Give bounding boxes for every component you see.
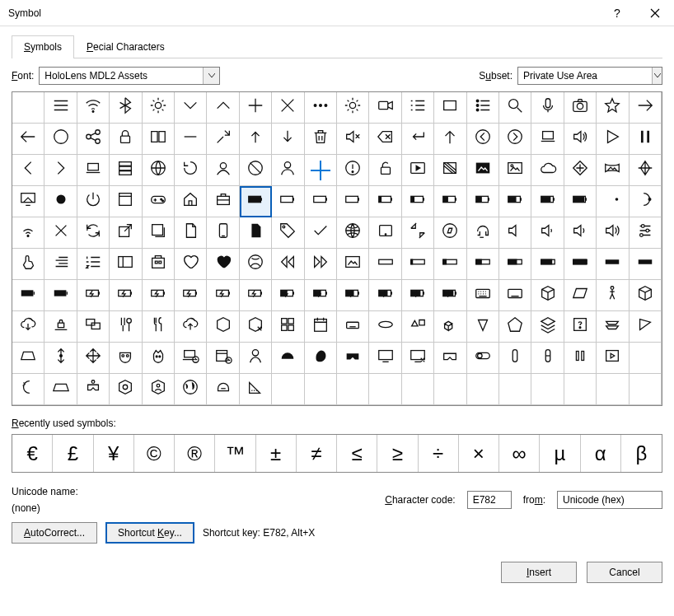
glyph-tv[interactable] <box>369 343 401 374</box>
recent-symbol[interactable]: ± <box>256 435 297 472</box>
glyph-blank[interactable] <box>499 374 531 405</box>
glyph-blank[interactable] <box>369 374 401 405</box>
recent-symbol[interactable]: ® <box>175 435 215 472</box>
glyph-cloud-download[interactable] <box>12 311 44 343</box>
glyph-hand-tap[interactable] <box>12 249 44 280</box>
glyph-vr-headset[interactable] <box>434 343 466 374</box>
glyph-charge-5[interactable] <box>207 280 239 311</box>
glyph-bar20[interactable] <box>434 249 466 280</box>
glyph-shapes[interactable] <box>402 311 434 343</box>
glyph-charge-1[interactable] <box>77 280 110 311</box>
glyph-hex-badge[interactable] <box>110 374 142 405</box>
glyph-panorama[interactable] <box>597 155 629 186</box>
glyph-blank[interactable] <box>630 343 662 374</box>
glyph-capsule[interactable] <box>531 343 564 374</box>
cancel-button[interactable]: Cancel <box>587 562 662 583</box>
glyph-server-stack[interactable] <box>110 155 142 186</box>
glyph-charge-7[interactable] <box>272 280 304 311</box>
glyph-star-outline[interactable] <box>597 92 629 124</box>
glyph-laptop-time[interactable] <box>175 343 207 374</box>
glyph-heart-filled[interactable] <box>207 249 239 280</box>
glyph-microphone[interactable] <box>531 92 564 124</box>
glyph-wifi[interactable] <box>77 92 110 124</box>
glyph-volume1[interactable] <box>531 217 564 249</box>
glyph-laptop[interactable] <box>531 124 564 155</box>
glyph-charge-8[interactable] <box>305 280 337 311</box>
glyph-checkmark[interactable] <box>305 217 337 249</box>
glyph-image-outline[interactable] <box>499 155 531 186</box>
glyph-play-outline[interactable] <box>597 124 629 155</box>
glyph-eyedrop-down[interactable] <box>467 311 499 343</box>
shortcut-key-button[interactable]: Shortcut Key... <box>105 522 194 544</box>
glyph-diamond-move[interactable] <box>564 155 597 186</box>
glyph-blank[interactable] <box>597 374 629 405</box>
glyph-plus[interactable] <box>240 92 272 124</box>
glyph-battery20[interactable] <box>402 186 434 217</box>
glyph-stack[interactable] <box>143 217 175 249</box>
glyph-stack-lines[interactable] <box>597 311 629 343</box>
recent-symbol[interactable]: ∞ <box>499 435 540 472</box>
glyph-volume0[interactable] <box>499 217 531 249</box>
glyph-cloud[interactable] <box>531 155 564 186</box>
glyph-charge-3[interactable] <box>143 280 175 311</box>
glyph-charge-4[interactable] <box>175 280 207 311</box>
glyph-arrow-return-left[interactable] <box>402 124 434 155</box>
glyph-badge-user[interactable] <box>143 374 175 405</box>
glyph-crosshair[interactable] <box>630 155 662 186</box>
glyph-dog[interactable] <box>143 343 175 374</box>
glyph-tools[interactable] <box>110 311 142 343</box>
subset-dropdown-button[interactable] <box>652 68 662 84</box>
glyph-play-small[interactable] <box>597 343 629 374</box>
glyph-battery90[interactable] <box>564 186 597 217</box>
glyph-dome-filled[interactable] <box>272 343 304 374</box>
recent-symbol[interactable]: ¥ <box>94 435 134 472</box>
glyph-charge-10[interactable] <box>369 280 401 311</box>
glyph-circle-outline[interactable] <box>44 124 77 155</box>
recent-symbol[interactable]: ™ <box>215 435 255 472</box>
glyph-arrow-down[interactable] <box>272 124 304 155</box>
glyph-earth[interactable] <box>175 374 207 405</box>
glyph-blank[interactable] <box>12 92 44 124</box>
glyph-battery-empty-2[interactable] <box>305 186 337 217</box>
glyph-blank[interactable] <box>305 374 337 405</box>
glyph-blank[interactable] <box>402 374 434 405</box>
glyph-tag[interactable] <box>272 217 304 249</box>
glyph-dot-right[interactable] <box>597 186 629 217</box>
glyph-blank[interactable] <box>467 374 499 405</box>
glyph-battery-empty-1[interactable] <box>272 186 304 217</box>
glyph-circle-chevron-right[interactable] <box>499 124 531 155</box>
glyph-stripes-panel[interactable] <box>434 155 466 186</box>
glyph-battery-horizontal[interactable] <box>337 186 369 217</box>
glyph-minus[interactable] <box>175 124 207 155</box>
glyph-x[interactable] <box>272 92 304 124</box>
glyph-wide-trapezoid[interactable] <box>44 374 77 405</box>
glyph-power[interactable] <box>77 186 110 217</box>
glyph-gear[interactable] <box>337 92 369 124</box>
help-button[interactable]: ? <box>598 0 636 26</box>
glyph-bar80[interactable] <box>531 249 564 280</box>
glyph-chevron-up[interactable] <box>207 92 239 124</box>
glyph-battery60[interactable] <box>499 186 531 217</box>
glyph-more-horizontal[interactable] <box>305 92 337 124</box>
recent-symbol[interactable]: © <box>134 435 175 472</box>
glyph-sync[interactable] <box>77 217 110 249</box>
glyph-battery10[interactable] <box>369 186 401 217</box>
glyph-block[interactable] <box>240 155 272 186</box>
glyph-user[interactable] <box>272 155 304 186</box>
recent-symbol[interactable]: ≠ <box>297 435 337 472</box>
glyph-battery40[interactable] <box>467 186 499 217</box>
glyph-compass[interactable] <box>434 217 466 249</box>
glyph-arrows-cross[interactable] <box>77 343 110 374</box>
glyph-heart-outline[interactable] <box>175 249 207 280</box>
glyph-numbered-list[interactable] <box>77 249 110 280</box>
glyph-pause-small[interactable] <box>564 343 597 374</box>
glyph-rectangle[interactable] <box>434 92 466 124</box>
glyph-calendar-clock[interactable] <box>207 343 239 374</box>
recent-symbol[interactable]: € <box>12 435 53 472</box>
glyph-battery-bar-full[interactable] <box>12 280 44 311</box>
recent-symbol[interactable]: × <box>459 435 499 472</box>
tab-symbols[interactable]: Symbols <box>12 35 74 58</box>
glyph-chevron-right[interactable] <box>44 155 77 186</box>
glyph-helmet[interactable] <box>207 374 239 405</box>
glyph-wifi-small[interactable] <box>12 217 44 249</box>
